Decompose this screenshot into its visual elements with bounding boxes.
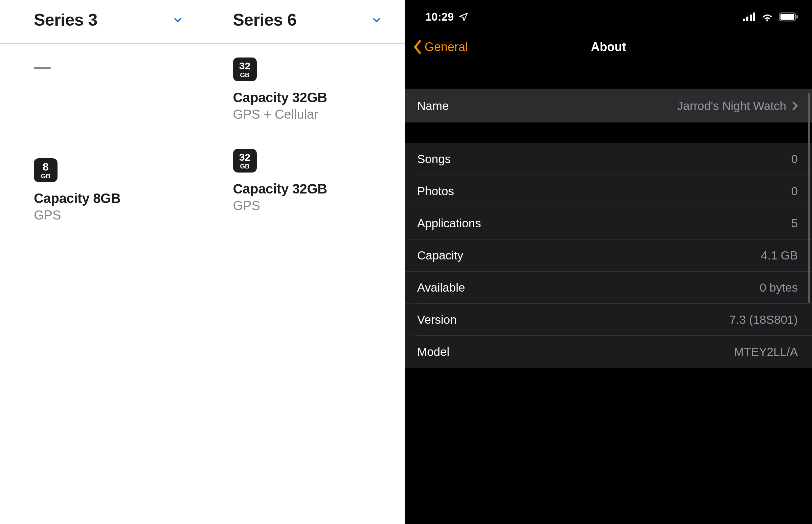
compare-header: Series 3 Series 6 xyxy=(0,0,405,44)
status-time: 10:29 xyxy=(425,11,454,23)
capacity-row: Capacity 4.1 GB xyxy=(405,239,812,271)
nav-bar: General About xyxy=(405,31,812,63)
settings-about-screen: 10:29 General About Name xyxy=(405,0,812,524)
cell-label: Photos xyxy=(417,184,454,198)
spec-item: 32 GB Capacity 32GB GPS xyxy=(233,149,381,213)
capacity-num: 8 xyxy=(43,161,49,172)
chevron-down-icon xyxy=(372,15,381,25)
capacity-num: 32 xyxy=(239,152,250,162)
chevron-down-icon xyxy=(173,15,182,25)
cell-label: Applications xyxy=(417,216,481,230)
cell-value: 0 bytes xyxy=(760,281,798,294)
applications-row: Applications 5 xyxy=(405,207,812,239)
svg-rect-1 xyxy=(746,17,748,21)
cell-value: 4.1 GB xyxy=(761,249,798,262)
spec-placeholder xyxy=(34,67,182,138)
battery-icon xyxy=(779,12,798,22)
cell-value: 5 xyxy=(791,216,798,230)
status-bar: 10:29 xyxy=(405,0,812,31)
model-row: Model MTEY2LL/A xyxy=(405,335,812,368)
status-left: 10:29 xyxy=(425,11,469,23)
section-gap xyxy=(405,122,812,143)
spec-sub: GPS xyxy=(233,199,381,213)
spec-title: Capacity 32GB xyxy=(233,90,381,105)
status-right xyxy=(743,12,798,22)
spec-item: 32 GB Capacity 32GB GPS + Cellular xyxy=(233,58,381,129)
cellular-icon xyxy=(743,13,756,21)
compare-select-series6[interactable]: Series 6 xyxy=(203,0,402,43)
dash-icon xyxy=(34,67,51,69)
cell-label: Model xyxy=(417,345,449,359)
name-value: Jarrod's Night Watch xyxy=(677,99,786,113)
capacity-unit: GB xyxy=(41,173,51,179)
scroll-indicator[interactable] xyxy=(808,93,810,303)
capacity-icon: 32 GB xyxy=(233,58,257,81)
back-button[interactable]: General xyxy=(413,40,468,54)
svg-rect-6 xyxy=(796,15,798,19)
section-gap xyxy=(405,68,812,88)
capacity-num: 32 xyxy=(239,61,250,71)
svg-rect-0 xyxy=(743,19,745,21)
spec-title: Capacity 32GB xyxy=(233,181,381,197)
compare-col-title: Series 6 xyxy=(233,10,297,30)
cell-label: Version xyxy=(417,313,457,326)
capacity-unit: GB xyxy=(240,72,250,78)
cell-value: 0 xyxy=(791,152,798,166)
cell-value: 7.3 (18S801) xyxy=(729,313,798,326)
compare-select-series3[interactable]: Series 3 xyxy=(3,0,203,43)
svg-rect-3 xyxy=(753,13,755,21)
svg-rect-5 xyxy=(781,14,794,20)
capacity-icon: 32 GB xyxy=(233,149,257,173)
info-section: Songs 0 Photos 0 Applications 5 Capacity… xyxy=(405,143,812,368)
location-icon xyxy=(458,12,469,22)
cell-value: MTEY2LL/A xyxy=(734,345,798,359)
wifi-icon xyxy=(761,12,774,22)
capacity-unit: GB xyxy=(240,163,250,169)
about-sections: Name Jarrod's Night Watch Songs 0 Photos… xyxy=(405,63,812,368)
compare-column: 8 GB Capacity 8GB GPS xyxy=(3,58,203,243)
name-row[interactable]: Name Jarrod's Night Watch xyxy=(405,88,812,122)
chevron-right-icon xyxy=(792,101,798,111)
svg-rect-2 xyxy=(750,15,752,21)
cell-value: 0 xyxy=(791,184,798,198)
available-row: Available 0 bytes xyxy=(405,271,812,304)
compare-column: 32 GB Capacity 32GB GPS + Cellular 32 GB… xyxy=(203,58,402,243)
spec-sub: GPS + Cellular xyxy=(233,107,381,122)
page-title: About xyxy=(591,40,626,54)
capacity-icon: 8 GB xyxy=(34,158,58,182)
cell-label: Songs xyxy=(417,152,451,166)
compare-panel: Series 3 Series 6 8 GB Capacity 8GB xyxy=(0,0,405,524)
spec-title: Capacity 8GB xyxy=(34,191,182,206)
back-label: General xyxy=(425,40,468,54)
songs-row: Songs 0 xyxy=(405,143,812,175)
cell-value: Jarrod's Night Watch xyxy=(677,99,798,113)
cell-label: Capacity xyxy=(417,249,463,262)
cell-label: Available xyxy=(417,281,465,294)
compare-body: 8 GB Capacity 8GB GPS 32 GB Capacity 32G… xyxy=(0,44,405,243)
spec-item: 8 GB Capacity 8GB GPS xyxy=(34,158,182,223)
compare-col-title: Series 3 xyxy=(34,10,97,30)
spec-sub: GPS xyxy=(34,208,182,223)
version-row: Version 7.3 (18S801) xyxy=(405,304,812,335)
cell-label: Name xyxy=(417,99,449,113)
photos-row: Photos 0 xyxy=(405,175,812,207)
